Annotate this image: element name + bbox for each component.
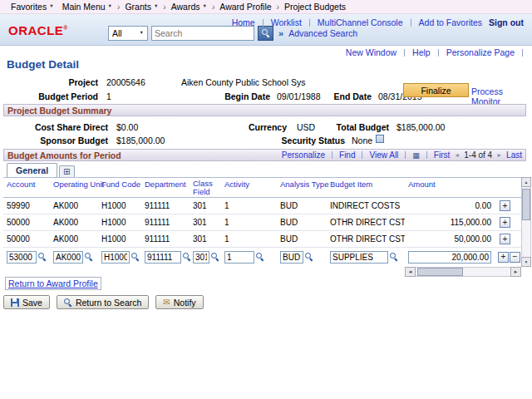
- multichannel-console-link[interactable]: MultiChannel Console: [318, 17, 403, 27]
- cell-fund-code: H1000: [98, 201, 141, 210]
- tab-general[interactable]: General: [7, 163, 57, 177]
- last-page-link[interactable]: Last: [506, 150, 522, 160]
- scroll-right-icon[interactable]: ►: [510, 267, 521, 277]
- find-link[interactable]: Find: [339, 150, 355, 160]
- next-page-icon[interactable]: ►: [496, 152, 502, 158]
- finalize-button[interactable]: Finalize: [403, 83, 469, 97]
- vertical-scrollbar[interactable]: ▲ ▼: [521, 177, 531, 267]
- page-action-links: New Window Help Personalize Page: [342, 47, 527, 57]
- budget-item-lookup-icon[interactable]: [390, 253, 398, 261]
- cell-amount: 50,000.00: [405, 234, 498, 244]
- add-row-button[interactable]: +: [500, 234, 510, 244]
- return-to-search-button[interactable]: Return to Search: [57, 295, 149, 309]
- previous-page-icon[interactable]: ◄: [454, 152, 460, 158]
- show-all-columns-icon[interactable]: ⊞: [59, 165, 74, 177]
- return-to-award-profile-link[interactable]: Return to Award Profile: [8, 278, 98, 288]
- return-to-search-label: Return to Search: [76, 298, 141, 308]
- scroll-left-icon[interactable]: ◄: [405, 267, 416, 277]
- search-input[interactable]: [151, 26, 254, 41]
- notify-button[interactable]: ✉ Notify: [155, 295, 203, 309]
- cost-share-direct-label: Cost Share Direct: [7, 122, 108, 132]
- notify-icon: ✉: [163, 298, 170, 307]
- personalize-link[interactable]: Personalize: [282, 150, 325, 160]
- cell-amount: 115,000.00: [405, 218, 498, 227]
- department-lookup-icon[interactable]: [183, 253, 190, 261]
- budget-item-input[interactable]: [330, 251, 388, 264]
- save-label: Save: [22, 298, 42, 308]
- operating-unit-input[interactable]: [53, 251, 83, 264]
- home-link[interactable]: Home: [232, 17, 255, 27]
- budget-period-value: 1: [106, 91, 111, 101]
- advanced-search-link[interactable]: Advanced Search: [288, 28, 357, 38]
- begin-date-value: 09/01/1988: [277, 91, 321, 101]
- horizontal-scrollbar[interactable]: ◄ ►: [405, 267, 521, 277]
- help-link[interactable]: Help: [412, 47, 431, 57]
- delete-row-button[interactable]: −: [510, 252, 520, 263]
- cell-operating-unit: AK000: [50, 234, 98, 244]
- breadcrumb-project-budgets[interactable]: Project Budgets: [284, 2, 346, 12]
- vertical-scroll-track[interactable]: [521, 187, 531, 257]
- breadcrumb-label: Project Budgets: [284, 2, 346, 12]
- breadcrumb-separator-icon: ›: [277, 2, 279, 12]
- personalize-page-link[interactable]: Personalize Page: [446, 47, 515, 57]
- add-row-button[interactable]: +: [498, 252, 509, 263]
- cell-activity: 1: [221, 234, 277, 244]
- breadcrumb-grants[interactable]: Grants ▼: [125, 2, 158, 12]
- vertical-scroll-thumb[interactable]: [522, 189, 530, 220]
- sign-out-link[interactable]: Sign out: [489, 17, 524, 27]
- sponsor-budget-value: $185,000.00: [116, 135, 165, 145]
- new-window-link[interactable]: New Window: [346, 47, 397, 57]
- breadcrumb-favorites[interactable]: Favorites ▼: [11, 2, 54, 12]
- table-row: 59990 AK000 H1000 911111 301 1 BUD INDIR…: [3, 198, 521, 214]
- save-button[interactable]: Save: [3, 295, 50, 309]
- begin-date-label: Begin Date: [212, 91, 270, 101]
- activity-input[interactable]: [224, 251, 254, 264]
- registered-mark: ®: [63, 25, 68, 31]
- analysis-type-input[interactable]: [280, 251, 303, 264]
- breadcrumb-award-profile[interactable]: Award Profile: [219, 2, 271, 12]
- security-status-icon[interactable]: [376, 135, 384, 143]
- view-all-link[interactable]: View All: [369, 150, 398, 160]
- department-input[interactable]: [145, 251, 181, 264]
- account-lookup-icon[interactable]: [38, 253, 47, 261]
- operating-unit-lookup-icon[interactable]: [85, 253, 93, 261]
- class-field-lookup-icon[interactable]: [211, 253, 219, 261]
- first-page-link[interactable]: First: [434, 150, 450, 160]
- class-field-input[interactable]: [193, 251, 209, 264]
- fund-code-input[interactable]: [101, 251, 130, 264]
- add-row-button[interactable]: +: [500, 200, 510, 211]
- worklist-link[interactable]: Worklist: [271, 17, 302, 27]
- breadcrumb-awards[interactable]: Awards ▼: [171, 2, 207, 12]
- fund-code-lookup-icon[interactable]: [131, 253, 140, 261]
- breadcrumb-main-menu[interactable]: Main Menu ▼: [62, 2, 112, 12]
- add-to-favorites-link[interactable]: Add to Favorites: [419, 17, 482, 27]
- column-header-budget-item: Budget Item: [327, 178, 405, 189]
- download-grid-icon[interactable]: ▦: [412, 151, 420, 160]
- return-to-award-profile: Return to Award Profile: [5, 277, 101, 290]
- horizontal-scroll-track[interactable]: [416, 267, 510, 277]
- table-row: 50000 AK000 H1000 911111 301 1 BUD OTHR …: [3, 214, 521, 231]
- grid-toolbar: Personalize Find View All ▦ First ◄ 1-4 …: [282, 150, 522, 160]
- column-header-class-field: Class Field: [190, 178, 221, 197]
- add-row-button[interactable]: +: [500, 217, 510, 228]
- scroll-up-icon[interactable]: ▲: [521, 177, 531, 187]
- cell-amount: 0.00: [405, 201, 498, 210]
- horizontal-scroll-thumb[interactable]: [417, 268, 463, 276]
- search-button[interactable]: [258, 26, 273, 41]
- breadcrumb-separator-icon: ›: [117, 2, 120, 12]
- cell-analysis-type: BUD: [277, 218, 327, 227]
- account-input[interactable]: [7, 251, 37, 264]
- advanced-search-toggle-icon[interactable]: »: [277, 28, 285, 38]
- currency-value: USD: [297, 122, 315, 132]
- section-title: Project Budget Summary: [7, 106, 111, 116]
- scroll-down-icon[interactable]: ▼: [521, 257, 531, 267]
- breadcrumb-separator-icon: ›: [163, 2, 165, 12]
- amount-input[interactable]: [408, 251, 491, 264]
- separator: [522, 49, 523, 57]
- activity-lookup-icon[interactable]: [256, 253, 264, 261]
- search-scope-select[interactable]: All ▼: [108, 26, 148, 41]
- separator: [332, 151, 332, 159]
- cell-operating-unit: AK000: [50, 218, 98, 227]
- analysis-type-lookup-icon[interactable]: [305, 253, 313, 261]
- global-search: All ▼ » Advanced Search: [108, 26, 357, 41]
